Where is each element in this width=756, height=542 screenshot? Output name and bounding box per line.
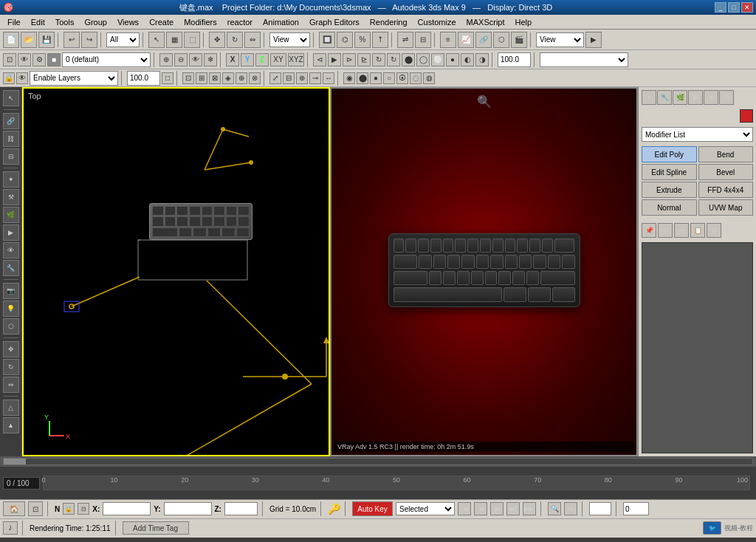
misc-btn2[interactable]: ⊞	[196, 72, 207, 84]
add-time-tag-btn[interactable]: Add Time Tag	[123, 521, 189, 535]
menu-create[interactable]: Create	[145, 16, 178, 28]
move-button[interactable]: ✥	[209, 32, 225, 48]
lt-utility[interactable]: 🔧	[3, 260, 19, 276]
mod-bevel[interactable]: Bevel	[698, 164, 754, 180]
mirror-button[interactable]: ⇌	[397, 32, 413, 48]
lt-camera[interactable]: 📷	[3, 283, 19, 299]
layer-del[interactable]: ⊖	[174, 53, 188, 66]
selection-mode-select[interactable]: Selected	[396, 502, 455, 515]
anim-btn7[interactable]: ⬤	[402, 53, 415, 66]
misc-btn5[interactable]: ⊕	[236, 72, 247, 84]
lt-extrude[interactable]: ▲	[3, 417, 19, 433]
undo-button[interactable]: ↩	[63, 32, 80, 48]
anim-btn1[interactable]: ⊲	[313, 53, 326, 66]
lt-bind[interactable]: ⊟	[3, 148, 19, 165]
angle-snap-button[interactable]: ⌬	[337, 32, 353, 48]
anim-btn9[interactable]: ⚪	[431, 53, 444, 66]
lt-create[interactable]: ✦	[3, 171, 19, 188]
modifier-list-select[interactable]: Modifier List	[642, 127, 753, 142]
lock-icon[interactable]: 🔒	[63, 503, 75, 515]
redo-button[interactable]: ↪	[81, 32, 97, 48]
view-select2[interactable]: View	[536, 32, 584, 47]
spinner-snap-button[interactable]: ⤒	[372, 32, 388, 48]
rp-pin-btn[interactable]: 📌	[642, 223, 656, 238]
sub-btn2[interactable]: 👁	[18, 53, 31, 66]
menu-maxscript[interactable]: MAXScript	[462, 16, 509, 28]
yform-btn[interactable]: Y	[241, 53, 254, 66]
timeline-ruler[interactable]: 0 10 20 30 40 50 60 70 80 90 100	[43, 476, 750, 490]
open-button[interactable]: 📂	[21, 32, 37, 48]
misc-btn9[interactable]: ⊕	[296, 72, 308, 84]
rp-paste-btn[interactable]: 📋	[690, 223, 705, 238]
misc-btn15[interactable]: ○	[383, 72, 395, 84]
anim-btn4[interactable]: ⊵	[357, 53, 371, 66]
xyz-lock-btn[interactable]: XYZ	[288, 53, 304, 66]
zoom-timeline-btn[interactable]: 🔍	[548, 502, 561, 515]
anim-btn10[interactable]: ●	[446, 53, 459, 66]
menu-views[interactable]: Views	[113, 16, 143, 28]
misc-btn10[interactable]: ⊸	[309, 72, 321, 84]
mod-uvw-map[interactable]: UVW Map	[698, 199, 754, 216]
close-button[interactable]: ✕	[741, 2, 753, 13]
select-region-button[interactable]: ⬚	[184, 32, 200, 48]
mod-extrude[interactable]: Extrude	[642, 182, 697, 198]
sub-btn4[interactable]: ■	[47, 53, 61, 66]
misc-btn3[interactable]: ⊠	[209, 72, 221, 84]
lt-motion[interactable]: ▶	[3, 224, 19, 241]
misc-btn17[interactable]: ◌	[410, 72, 422, 84]
menu-graph-editors[interactable]: Graph Editors	[305, 16, 364, 28]
mod-bend[interactable]: Bend	[698, 146, 754, 162]
xyform-btn[interactable]: XY	[270, 53, 286, 66]
lt-rotate[interactable]: ↻	[3, 359, 19, 375]
coord-icon[interactable]: ⊡	[78, 503, 89, 515]
play-first-btn[interactable]: |◀	[458, 502, 471, 515]
sub-btn3[interactable]: ⚙	[32, 53, 46, 66]
play-next-btn[interactable]: ▶|	[506, 502, 520, 515]
anim-btn5[interactable]: ↻	[372, 53, 385, 66]
timeline-scrollbar[interactable]	[0, 456, 756, 467]
spinbox-input[interactable]: 100.0	[498, 52, 531, 67]
frame-counter[interactable]: 0 / 100	[3, 477, 40, 490]
tab-modify[interactable]: 🔧	[657, 90, 672, 105]
sub-btn1[interactable]: ⊡	[3, 53, 16, 66]
lt-lights[interactable]: 💡	[3, 301, 19, 317]
play-last-btn[interactable]: ▶▶|	[523, 502, 536, 515]
xform-btn[interactable]: X	[226, 53, 239, 66]
layer-lock-btn[interactable]: 🔒	[3, 72, 15, 84]
rp-del-btn[interactable]: 🗑	[707, 223, 721, 238]
lt-scale[interactable]: ⇔	[3, 377, 19, 393]
mat-editor-button[interactable]: ⬡	[493, 32, 509, 48]
color-swatch[interactable]	[740, 109, 753, 123]
mod-ffd[interactable]: FFD 4x4x4	[698, 182, 754, 198]
status-icon1[interactable]: ⊡	[28, 501, 43, 516]
z-coord-input[interactable]: 0.0cm	[224, 502, 258, 515]
value-input[interactable]	[127, 71, 160, 86]
tab-utilities[interactable]: ⚙	[719, 90, 734, 105]
tab-create[interactable]: ✦	[642, 90, 656, 105]
tab-motion[interactable]: ▶	[688, 90, 703, 105]
misc-btn1[interactable]: ⊡	[182, 72, 194, 84]
play-prev-btn[interactable]: ◀	[474, 502, 487, 515]
play-btn[interactable]: ▶	[490, 502, 504, 515]
menu-modifiers[interactable]: Modifiers	[179, 16, 221, 28]
misc-btn12[interactable]: ◉	[343, 72, 355, 84]
anim-btn8[interactable]: ◯	[416, 53, 430, 66]
lt-unlink[interactable]: ⛓	[3, 131, 19, 147]
menu-rendering[interactable]: Rendering	[365, 16, 412, 28]
view-select[interactable]: View	[269, 32, 310, 47]
mod-edit-spline[interactable]: Edit Spline	[642, 164, 697, 180]
auto-key-btn[interactable]: Auto Key	[352, 501, 393, 516]
rotate-button[interactable]: ↻	[227, 32, 243, 48]
menu-group[interactable]: Group	[80, 16, 111, 28]
misc-btn8[interactable]: ⊟	[283, 72, 295, 84]
anim-mode-btn[interactable]: ⤸	[3, 521, 18, 535]
misc-btn4[interactable]: ◈	[222, 72, 234, 84]
key-frame-input[interactable]	[623, 502, 649, 515]
tab-display[interactable]: 👁	[704, 90, 718, 105]
misc-btn16[interactable]: ⦿	[396, 72, 408, 84]
menu-file[interactable]: File	[3, 16, 25, 28]
menu-edit[interactable]: Edit	[27, 16, 49, 28]
lock-btn[interactable]: □	[162, 72, 173, 84]
select-name-button[interactable]: ▦	[166, 32, 182, 48]
maximize-button[interactable]: □	[728, 2, 740, 13]
